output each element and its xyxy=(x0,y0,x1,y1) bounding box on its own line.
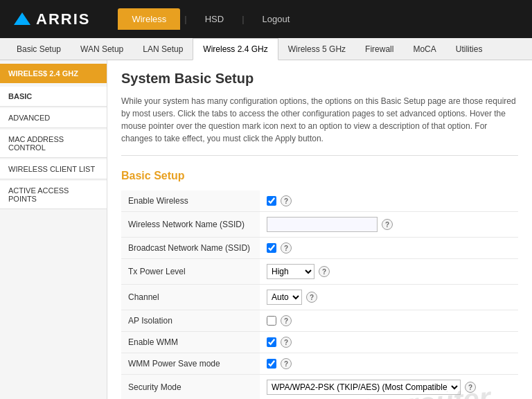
header-nav: Wireless | HSD | Logout xyxy=(118,8,303,30)
field-wmm: ? xyxy=(267,337,511,348)
sidebar-item-advanced[interactable]: ADVANCED xyxy=(0,108,107,128)
help-icon-wmm-power-save[interactable]: ? xyxy=(281,358,292,369)
section-title: Basic Setup xyxy=(121,170,518,182)
basic-setup-form: Enable Wireless ? Wireless Network Name … xyxy=(121,190,518,399)
label-ssid: Wireless Network Name (SSID) xyxy=(121,212,260,238)
help-icon-ssid[interactable]: ? xyxy=(382,219,393,230)
help-icon-ap-isolation[interactable]: ? xyxy=(281,315,292,326)
form-row-ap-isolation: AP Isolation ? xyxy=(121,310,518,332)
checkbox-enable-wireless[interactable] xyxy=(267,196,276,206)
select-security-mode[interactable]: WPA/WPA2-PSK (TKIP/AES) (Most Compatible… xyxy=(267,380,461,395)
label-ap-isolation: AP Isolation xyxy=(121,310,260,332)
arris-logo-text: ARRIS xyxy=(36,10,90,28)
form-row-ssid: Wireless Network Name (SSID) ? xyxy=(121,212,518,238)
tab-lan-setup[interactable]: LAN Setup xyxy=(133,39,193,60)
checkbox-broadcast-ssid[interactable] xyxy=(267,243,276,253)
sidebar-item-basic[interactable]: BASIC xyxy=(0,87,107,107)
label-broadcast-ssid: Broadcast Network Name (SSID) xyxy=(121,238,260,259)
tab-firewall[interactable]: Firewall xyxy=(355,39,403,60)
field-broadcast-ssid: ? xyxy=(267,242,511,254)
nav-wireless[interactable]: Wireless xyxy=(118,8,180,30)
header: ARRIS Wireless | HSD | Logout xyxy=(0,0,532,38)
help-icon-security-mode[interactable]: ? xyxy=(465,382,476,393)
form-row-broadcast-ssid: Broadcast Network Name (SSID) ? xyxy=(121,238,518,259)
field-ap-isolation: ? xyxy=(267,315,511,326)
tab-wan-setup[interactable]: WAN Setup xyxy=(71,39,133,60)
nav-logout[interactable]: Logout xyxy=(249,8,304,30)
select-channel[interactable]: Auto 1234 5678 91011 xyxy=(267,290,302,305)
page-title: System Basic Setup xyxy=(121,71,518,87)
input-ssid[interactable] xyxy=(267,217,378,232)
form-row-enable-wireless: Enable Wireless ? xyxy=(121,190,518,212)
tab-utilities[interactable]: Utilities xyxy=(446,39,493,60)
form-row-channel: Channel Auto 1234 5678 91011 ? xyxy=(121,285,518,310)
label-wmm: Enable WMM xyxy=(121,332,260,353)
form-row-wmm: Enable WMM ? xyxy=(121,332,518,353)
label-channel: Channel xyxy=(121,285,260,310)
label-security-mode: Security Mode xyxy=(121,375,260,400)
arris-logo-arrow xyxy=(14,12,30,25)
sidebar-item-active-access-points[interactable]: ACTIVE ACCESS POINTS xyxy=(0,181,107,209)
help-icon-channel[interactable]: ? xyxy=(306,292,317,303)
sub-nav: Basic Setup WAN Setup LAN Setup Wireless… xyxy=(0,38,532,60)
help-icon-broadcast-ssid[interactable]: ? xyxy=(281,242,292,254)
field-enable-wireless: ? xyxy=(267,195,511,206)
checkbox-ap-isolation[interactable] xyxy=(267,316,276,326)
checkbox-wmm[interactable] xyxy=(267,337,276,347)
tab-basic-setup[interactable]: Basic Setup xyxy=(7,39,71,60)
form-row-tx-power: Tx Power Level High Medium Low ? xyxy=(121,259,518,285)
field-channel: Auto 1234 5678 91011 ? xyxy=(267,290,511,305)
tab-moca[interactable]: MoCA xyxy=(403,39,445,60)
select-tx-power[interactable]: High Medium Low xyxy=(267,264,314,279)
label-tx-power: Tx Power Level xyxy=(121,259,260,285)
field-tx-power: High Medium Low ? xyxy=(267,264,511,279)
main-content: System Basic Setup While your system has… xyxy=(107,60,532,399)
help-icon-wmm[interactable]: ? xyxy=(281,337,292,348)
help-icon-tx-power[interactable]: ? xyxy=(319,266,330,277)
field-ssid: ? xyxy=(267,217,511,232)
tab-wireless-24ghz[interactable]: Wireless 2.4 GHz xyxy=(193,38,278,60)
checkbox-wmm-power-save[interactable] xyxy=(267,359,276,369)
field-wmm-power-save: ? xyxy=(267,358,511,369)
label-wmm-power-save: WMM Power Save mode xyxy=(121,353,260,375)
logo-area: ARRIS xyxy=(14,10,90,28)
help-icon-enable-wireless[interactable]: ? xyxy=(281,195,292,206)
sidebar-item-wireless-client-list[interactable]: WIRELESS CLIENT LIST xyxy=(0,159,107,179)
content-wrapper: WIRELES$ 2.4 GHZ BASIC ADVANCED MAC ADDR… xyxy=(0,60,532,399)
nav-hsd[interactable]: HSD xyxy=(191,8,238,30)
sidebar-header: WIRELES$ 2.4 GHZ xyxy=(0,64,107,83)
nav-divider-1: | xyxy=(184,14,186,24)
tab-wireless-5ghz[interactable]: Wireless 5 GHz xyxy=(278,39,355,60)
form-row-wmm-power-save: WMM Power Save mode ? xyxy=(121,353,518,375)
sidebar: WIRELES$ 2.4 GHZ BASIC ADVANCED MAC ADDR… xyxy=(0,60,107,399)
sidebar-item-mac-address-control[interactable]: MAC ADDRESS CONTROL xyxy=(0,130,107,158)
nav-divider-2: | xyxy=(242,14,244,24)
page-description: While your system has many configuration… xyxy=(121,95,518,156)
form-row-security-mode: Security Mode WPA/WPA2-PSK (TKIP/AES) (M… xyxy=(121,375,518,400)
field-security-mode: WPA/WPA2-PSK (TKIP/AES) (Most Compatible… xyxy=(267,380,511,395)
label-enable-wireless: Enable Wireless xyxy=(121,190,260,212)
